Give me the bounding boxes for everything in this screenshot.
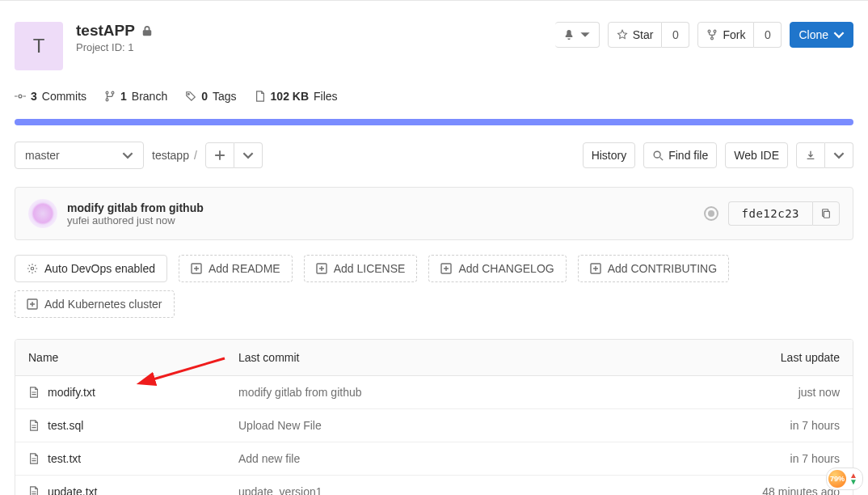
file-name[interactable]: test.txt	[48, 452, 81, 465]
gear-icon	[27, 263, 38, 274]
plus-square-icon	[316, 263, 327, 274]
commits-icon	[15, 91, 26, 102]
svg-point-8	[654, 151, 660, 158]
chevron-down-icon	[833, 150, 845, 161]
svg-rect-9	[824, 211, 829, 218]
commit-meta: yufei authored just now	[67, 214, 204, 226]
file-time: just now	[678, 386, 840, 399]
chevron-down-icon	[122, 150, 133, 161]
copy-icon	[820, 208, 832, 219]
file-table: Name Last commit Last update modify.txtm…	[15, 339, 853, 495]
last-commit-panel: modify gitlab from github yufei authored…	[15, 187, 853, 240]
table-row[interactable]: update.txtupdate_version148 minutes ago	[15, 476, 853, 495]
chevron-down-icon	[579, 29, 591, 40]
project-stats: 3 Commits 1 Branch 0 Tags 102 KB Files	[15, 90, 853, 103]
project-avatar[interactable]: T	[15, 22, 63, 70]
star-label: Star	[633, 29, 654, 40]
notifications-dropdown[interactable]	[555, 22, 600, 48]
svg-point-4	[106, 91, 108, 94]
chevron-down-icon	[833, 29, 845, 40]
add-menu[interactable]	[205, 142, 263, 168]
clone-button[interactable]: Clone	[790, 22, 853, 48]
chevron-down-icon	[242, 150, 254, 161]
fork-count: 0	[754, 22, 782, 48]
svg-point-1	[714, 30, 717, 32]
fork-button-group[interactable]: Fork 0	[697, 22, 782, 48]
auto-devops-pill[interactable]: Auto DevOps enabled	[15, 255, 167, 282]
col-update: Last update	[678, 351, 840, 364]
add-readme-pill[interactable]: Add README	[179, 255, 293, 282]
file-time: 48 minutes ago	[678, 485, 840, 495]
file-commit[interactable]: Upload New File	[238, 419, 678, 432]
add-license-pill[interactable]: Add LICENSE	[304, 255, 418, 282]
stat-filesize[interactable]: 102 KB Files	[255, 90, 338, 103]
plus-square-icon	[191, 263, 202, 274]
plus-square-icon	[440, 263, 452, 274]
history-button[interactable]: History	[583, 142, 636, 168]
find-file-button[interactable]: Find file	[643, 142, 717, 168]
file-name[interactable]: modify.txt	[48, 386, 95, 399]
file-icon	[28, 387, 40, 398]
svg-point-2	[711, 37, 714, 40]
project-id: Project ID: 1	[76, 41, 153, 53]
col-name: Name	[28, 351, 238, 364]
file-icon	[28, 420, 40, 431]
svg-point-6	[106, 99, 108, 101]
stat-tags[interactable]: 0 Tags	[185, 90, 236, 103]
svg-point-0	[709, 30, 711, 32]
project-title: testAPP	[76, 22, 153, 40]
file-commit[interactable]: modify gitlab from github	[238, 386, 678, 399]
plus-icon	[214, 150, 225, 161]
file-commit[interactable]: update_version1	[238, 485, 678, 495]
star-button: Star	[608, 22, 663, 48]
branch-icon	[104, 91, 116, 102]
web-ide-button[interactable]: Web IDE	[725, 142, 788, 168]
project-avatar-letter: T	[33, 35, 45, 57]
commit-sha[interactable]: fde12c23	[728, 201, 812, 226]
breadcrumb-root[interactable]: testapp	[152, 149, 189, 162]
plus-square-icon	[590, 263, 601, 274]
commit-message[interactable]: modify gitlab from github	[67, 201, 204, 214]
star-icon	[617, 29, 628, 40]
add-changelog-pill[interactable]: Add CHANGELOG	[428, 255, 566, 282]
fork-button: Fork	[697, 22, 754, 48]
fork-icon	[706, 29, 718, 40]
corner-widget[interactable]: 79% ▲▼	[826, 468, 863, 490]
file-name[interactable]: test.sql	[48, 419, 83, 432]
add-contributing-pill[interactable]: Add CONTRIBUTING	[578, 255, 729, 282]
svg-point-10	[31, 267, 34, 270]
table-row[interactable]: modify.txtmodify gitlab from githubjust …	[15, 376, 853, 409]
commit-author-avatar[interactable]	[28, 199, 57, 228]
file-icon	[28, 486, 40, 495]
branch-select[interactable]: master	[15, 142, 144, 169]
file-name[interactable]: update.txt	[48, 485, 98, 495]
svg-point-7	[188, 94, 190, 95]
language-bar	[15, 119, 853, 125]
stat-branches[interactable]: 1 Branch	[104, 90, 167, 103]
file-time: in 7 hours	[678, 452, 840, 465]
file-time: in 7 hours	[678, 419, 840, 432]
star-count: 0	[662, 22, 689, 48]
bell-icon	[563, 29, 575, 40]
search-icon	[652, 150, 664, 161]
table-row[interactable]: test.sqlUpload New Filein 7 hours	[15, 409, 853, 442]
download-icon	[805, 150, 816, 161]
stat-commits[interactable]: 3 Commits	[15, 90, 86, 103]
lock-icon	[141, 25, 153, 36]
table-row[interactable]: test.txtAdd new filein 7 hours	[15, 442, 853, 476]
copy-sha-button[interactable]	[812, 201, 840, 226]
col-commit: Last commit	[238, 351, 678, 364]
download-menu[interactable]	[796, 142, 853, 168]
add-k8s-pill[interactable]: Add Kubernetes cluster	[15, 290, 175, 318]
tag-icon	[185, 91, 196, 102]
file-commit[interactable]: Add new file	[238, 452, 678, 465]
star-button-group[interactable]: Star 0	[608, 22, 690, 48]
pipeline-status-icon[interactable]	[704, 206, 718, 221]
breadcrumb: testapp /	[152, 149, 197, 162]
file-icon	[28, 453, 40, 464]
fork-label: Fork	[723, 29, 745, 40]
plus-square-icon	[27, 298, 38, 310]
svg-point-3	[19, 95, 22, 98]
file-icon	[255, 91, 266, 102]
svg-point-5	[112, 91, 114, 94]
